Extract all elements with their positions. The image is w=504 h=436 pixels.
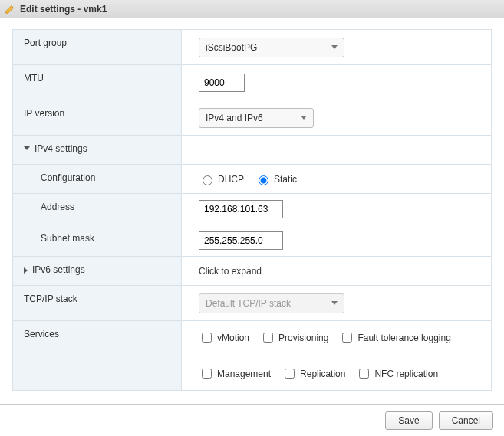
label-ipv4-settings: IPv4 settings [13,136,182,164]
row-ip-version: IP version IPv4 and IPv6 [13,100,491,136]
port-group-value: iScsiBootPG [206,42,257,53]
mtu-input[interactable] [199,74,245,92]
chevron-down-icon [331,45,338,49]
checkbox-provisioning[interactable]: Provisioning [260,330,328,345]
checkbox-nfc-replication[interactable]: NFC replication [356,366,438,381]
row-ipv6-header[interactable]: IPv6 settings Click to expand [13,257,491,286]
ip-version-value: IPv4 and IPv6 [206,113,263,123]
ip-version-select[interactable]: IPv4 and IPv6 [199,108,314,128]
row-mtu: MTU [13,65,491,100]
pencil-icon [5,4,15,15]
label-ip-version: IP version [13,100,182,135]
tcpip-stack-select: Default TCP/IP stack [199,293,344,313]
chevron-down-icon [301,116,307,120]
radio-dhcp[interactable]: DHCP [199,173,244,185]
radio-static-input[interactable] [259,175,268,185]
chevron-right-icon [24,267,28,274]
port-group-select[interactable]: iScsiBootPG [199,38,344,57]
checkbox-replication[interactable]: Replication [282,366,345,381]
checkbox-vmotion[interactable]: vMotion [199,330,249,345]
label-tcpip-stack: TCP/IP stack [13,286,182,320]
chevron-down-icon [331,301,338,305]
save-button[interactable]: Save [385,411,432,430]
dialog-titlebar: Edit settings - vmk1 [0,0,504,18]
row-port-group: Port group iScsiBootPG [13,30,491,65]
row-tcpip-stack: TCP/IP stack Default TCP/IP stack [13,286,491,321]
chevron-down-icon [24,146,30,150]
dialog-content: Port group iScsiBootPG MTU IP version IP… [0,18,504,391]
settings-form: Port group iScsiBootPG MTU IP version IP… [12,29,492,391]
dialog-footer: Save Cancel [0,404,504,436]
label-services: Services [13,321,182,390]
label-ipv6-settings: IPv6 settings [13,257,182,285]
label-configuration: Configuration [13,165,182,193]
radio-static[interactable]: Static [255,173,297,185]
row-ipv4-header[interactable]: IPv4 settings [13,136,491,165]
radio-dhcp-input[interactable] [203,175,212,185]
checkbox-management[interactable]: Management [199,366,271,381]
address-input[interactable] [199,200,283,218]
ipv6-expand-hint: Click to expand [199,266,262,277]
row-ipv4-config: Configuration DHCP Static [13,165,491,194]
row-ipv4-address: Address [13,194,491,225]
tcpip-stack-value: Default TCP/IP stack [206,298,291,309]
cancel-button[interactable]: Cancel [439,411,493,430]
label-address: Address [13,194,182,225]
row-ipv4-subnet: Subnet mask [13,225,491,257]
label-port-group: Port group [13,30,182,64]
checkbox-fault-tolerance[interactable]: Fault tolerance logging [339,330,450,345]
subnet-mask-input[interactable] [199,231,283,250]
label-mtu: MTU [13,65,182,100]
dialog-title: Edit settings - vmk1 [20,4,107,15]
row-services: Services vMotion Provisioning Fault tole… [13,321,491,391]
label-subnet-mask: Subnet mask [13,225,182,256]
